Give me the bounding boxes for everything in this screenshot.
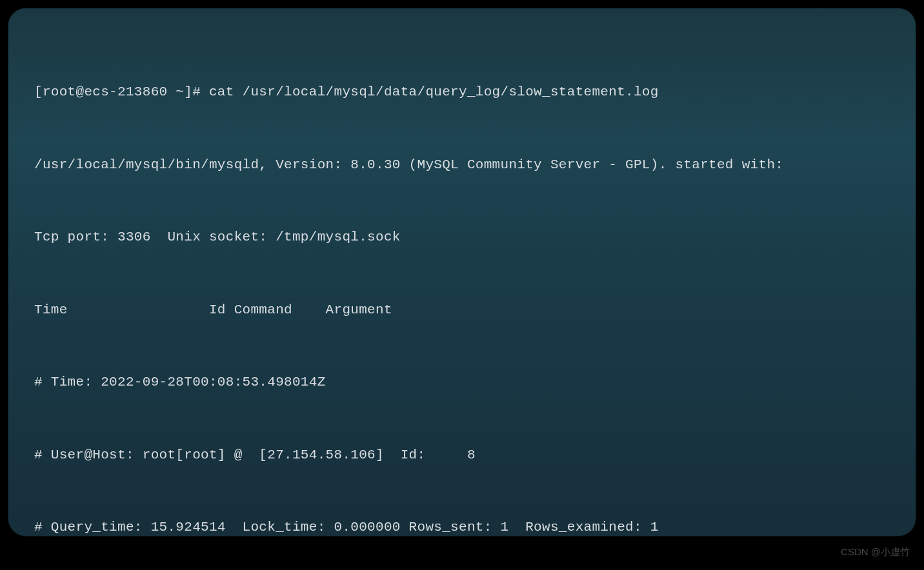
terminal-line: # Query_time: 15.924514 Lock_time: 0.000… [34,515,892,536]
terminal-line: # Time: 2022-09-28T00:08:53.498014Z [34,370,892,395]
terminal-line: [root@ecs-213860 ~]# cat /usr/local/mysq… [34,80,892,104]
terminal-line: /usr/local/mysql/bin/mysqld, Version: 8.… [34,153,892,177]
terminal-output: [root@ecs-213860 ~]# cat /usr/local/mysq… [34,32,892,536]
terminal-line: # User@Host: root[root] @ [27.154.58.106… [34,443,892,467]
terminal-line: Tcp port: 3306 Unix socket: /tmp/mysql.s… [34,225,892,250]
terminal-line: Time Id Command Argument [34,298,892,322]
watermark-text: CSDN @小虚竹 [841,546,910,558]
terminal-window[interactable]: [root@ecs-213860 ~]# cat /usr/local/mysq… [8,8,916,536]
